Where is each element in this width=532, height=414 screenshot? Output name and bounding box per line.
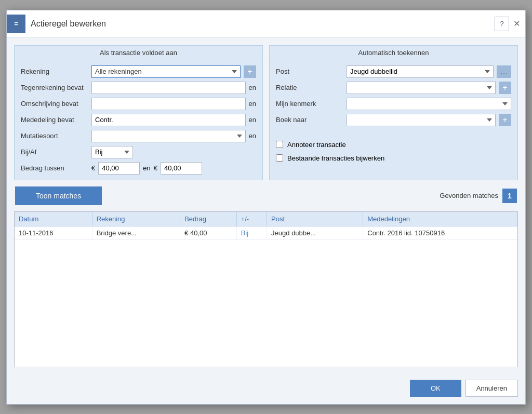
boek-naar-label: Boek naar <box>276 116 343 124</box>
relatie-select[interactable] <box>347 82 496 94</box>
rekening-select[interactable]: Alle rekeningen <box>91 65 241 78</box>
bedrag-row: Bedrag tussen € en € <box>21 162 256 175</box>
bestaande-row: Bestaande transacties bijwerken <box>276 154 511 162</box>
col-mededelingen: Mededelingen <box>363 212 517 226</box>
bedrag-to-input[interactable] <box>161 162 202 175</box>
title-left: = Actieregel bewerken <box>7 15 106 33</box>
results-table-wrapper: Datum Rekening Bedrag +/- Post Mededelin… <box>14 211 518 367</box>
col-bedrag: Bedrag <box>180 212 236 226</box>
annoteer-checkbox[interactable] <box>276 141 283 148</box>
bestaande-label[interactable]: Bestaande transacties bijwerken <box>287 154 384 162</box>
gevonden-label: Gevonden matches <box>440 192 498 199</box>
tegenrekening-row: Tegenrekening bevat en <box>21 82 256 94</box>
tegenrekening-input[interactable] <box>91 82 246 94</box>
relatie-row: Relatie + <box>276 82 511 94</box>
post-label: Post <box>276 68 343 75</box>
table-row: 10-11-2016 Bridge vere... € 40,00 Bij Je… <box>15 226 517 239</box>
action-row: Toon matches Gevonden matches 1 <box>14 186 518 205</box>
en-label-1: en <box>249 84 256 91</box>
title-bar: = Actieregel bewerken ? ✕ <box>7 10 525 38</box>
mijn-kenmerk-row: Mijn kenmerk <box>276 98 511 110</box>
mijn-kenmerk-label: Mijn kenmerk <box>276 100 343 108</box>
left-panel-body: Rekening Alle rekeningen + Tegenrekening… <box>15 60 262 180</box>
mutatiesoort-row: Mutatiesoort en <box>21 130 256 142</box>
rekening-plus-button[interactable]: + <box>244 65 256 78</box>
close-button[interactable]: ✕ <box>513 20 520 28</box>
euro-symbol-2: € <box>154 164 157 172</box>
gevonden-matches-area: Gevonden matches 1 <box>440 189 517 203</box>
post-dots-button[interactable]: … <box>497 65 511 78</box>
cell-bedrag: € 40,00 <box>180 226 236 239</box>
col-bijaf: +/- <box>236 212 267 226</box>
en-label-4: en <box>249 132 256 140</box>
bedrag-label: Bedrag tussen <box>21 164 88 172</box>
footer: OK Annuleren <box>7 375 525 404</box>
bedrag-from-input[interactable] <box>98 162 140 175</box>
en-between-label: en <box>143 164 150 172</box>
cell-datum: 10-11-2016 <box>15 226 92 239</box>
rekening-row: Rekening Alle rekeningen + <box>21 65 256 78</box>
en-label-2: en <box>249 100 256 108</box>
col-rekening: Rekening <box>92 212 180 226</box>
omschrijving-label: Omschrijving bevat <box>21 100 88 108</box>
bijaf-select[interactable]: Bij Af <box>91 146 133 158</box>
boek-naar-row: Boek naar + <box>276 114 511 126</box>
menu-icon[interactable]: = <box>7 15 25 33</box>
cell-post: Jeugd dubbe... <box>267 226 363 239</box>
panels-row: Als transactie voldoet aan Rekening Alle… <box>14 45 518 180</box>
tegenrekening-label: Tegenrekening bevat <box>21 84 88 91</box>
relatie-label: Relatie <box>276 84 343 91</box>
omschrijving-row: Omschrijving bevat en <box>21 98 256 110</box>
results-table: Datum Rekening Bedrag +/- Post Mededelin… <box>15 212 517 240</box>
bestaande-checkbox[interactable] <box>276 154 283 162</box>
ok-button[interactable]: OK <box>410 380 461 397</box>
annoteer-label[interactable]: Annoteer transactie <box>287 141 346 149</box>
left-panel: Als transactie voldoet aan Rekening Alle… <box>14 45 263 180</box>
post-select[interactable]: Jeugd dubbellid <box>347 65 494 78</box>
mutatiesoort-select[interactable] <box>91 130 246 142</box>
toon-matches-button[interactable]: Toon matches <box>15 186 102 205</box>
matches-count-badge: 1 <box>502 189 517 203</box>
annoteer-row: Annoteer transactie <box>276 141 511 149</box>
cancel-button[interactable]: Annuleren <box>466 380 518 397</box>
omschrijving-input[interactable] <box>91 98 246 110</box>
mededeling-label: Mededeling bevat <box>21 116 88 124</box>
main-content: Als transactie voldoet aan Rekening Alle… <box>7 38 525 375</box>
rekening-label: Rekening <box>21 68 88 75</box>
boek-naar-select[interactable] <box>347 114 496 126</box>
right-panel-body: Post Jeugd dubbellid … Relatie + <box>270 60 517 167</box>
cell-rekening: Bridge vere... <box>92 226 180 239</box>
relatie-plus-button[interactable]: + <box>499 82 511 94</box>
bijaf-row: Bij/Af Bij Af <box>21 146 256 158</box>
mededeling-row: Mededeling bevat en <box>21 114 256 126</box>
table-header-row: Datum Rekening Bedrag +/- Post Mededelin… <box>15 212 517 226</box>
en-label-3: en <box>249 116 256 124</box>
cell-bijaf: Bij <box>236 226 267 239</box>
boek-naar-plus-button[interactable]: + <box>499 114 511 126</box>
right-panel: Automatisch toekennen Post Jeugd dubbell… <box>269 45 518 180</box>
mijn-kenmerk-select[interactable] <box>347 98 511 110</box>
dialog: = Actieregel bewerken ? ✕ Als transactie… <box>6 10 526 405</box>
col-post: Post <box>267 212 363 226</box>
mededeling-input[interactable] <box>91 114 246 126</box>
col-datum: Datum <box>15 212 92 226</box>
bijaf-label: Bij/Af <box>21 148 88 156</box>
left-panel-header: Als transactie voldoet aan <box>15 46 262 60</box>
cell-mededelingen: Contr. 2016 lid. 10750916 <box>363 226 517 239</box>
help-button[interactable]: ? <box>495 17 509 31</box>
euro-symbol-1: € <box>91 164 95 172</box>
mutatiesoort-label: Mutatiesoort <box>21 132 88 140</box>
right-panel-header: Automatisch toekennen <box>270 46 517 60</box>
post-row: Post Jeugd dubbellid … <box>276 65 511 78</box>
dialog-title: Actieregel bewerken <box>31 19 106 29</box>
